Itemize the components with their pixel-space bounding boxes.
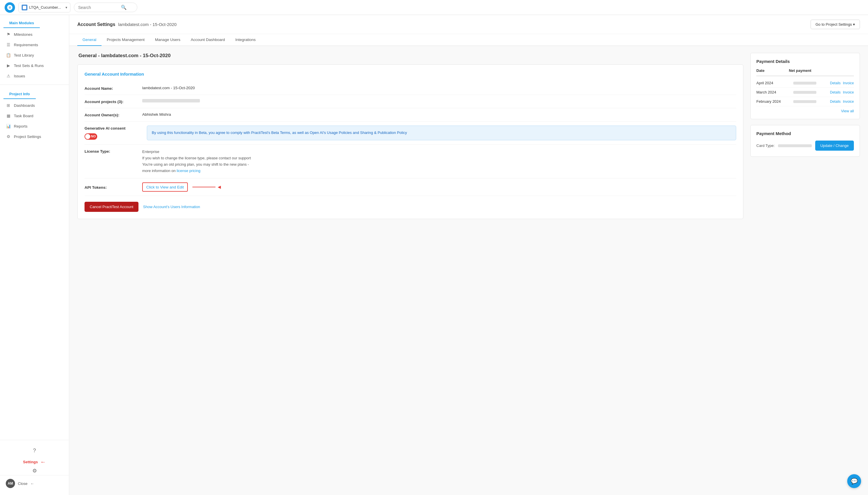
license-link[interactable]: license pricing: [177, 169, 200, 173]
back-arrow-icon: ←: [30, 481, 34, 486]
generative-ai-label-col: Generative AI consent NO: [85, 125, 142, 140]
sidebar-item-milestones-label: Milestones: [14, 32, 33, 37]
book-icon: 📋: [6, 53, 11, 58]
generative-ai-toggle[interactable]: NO: [85, 133, 97, 140]
chat-fab-button[interactable]: 💬: [847, 474, 861, 488]
payment-net-march: [793, 91, 830, 94]
sidebar-item-issues[interactable]: ⚠ Issues: [0, 71, 69, 81]
search-input[interactable]: [78, 5, 119, 10]
payment-invoice-link-april[interactable]: Invoice: [843, 81, 854, 85]
tab-projects-management[interactable]: Projects Management: [102, 34, 150, 46]
payment-date-april: April 2024: [756, 81, 793, 85]
search-box[interactable]: 🔍: [74, 3, 137, 12]
sidebar-item-milestones[interactable]: ⚑ Milestones: [0, 29, 69, 39]
api-tokens-row: API Tokens: Click to View and Edit ◄: [85, 178, 736, 196]
sidebar-item-reports[interactable]: 📊 Reports: [0, 121, 69, 131]
payment-invoice-link-february[interactable]: Invoice: [843, 100, 854, 104]
tab-account-dashboard[interactable]: Account Dashboard: [185, 34, 230, 46]
sidebar-item-test-sets[interactable]: ▶ Test Sets & Runs: [0, 60, 69, 71]
app-logo[interactable]: [5, 2, 15, 13]
sidebar: Main Modules ⚑ Milestones ☰ Requirements…: [0, 15, 69, 495]
payment-net-bar-march: [793, 91, 816, 94]
update-change-button[interactable]: Update / Change: [815, 140, 854, 151]
sidebar-item-dashboards[interactable]: ⊞ Dashboards: [0, 100, 69, 110]
show-users-link[interactable]: Show Account's Users Information: [143, 205, 200, 209]
payment-actions-march: Details Invoice: [830, 90, 854, 95]
chevron-down-icon: ▾: [66, 5, 67, 10]
account-projects-label: Account projects (3):: [85, 99, 142, 104]
account-owner-value: Abhishek Mishra: [142, 112, 736, 117]
content-sidebar: Payment Details Date Net payment April 2…: [750, 53, 860, 488]
list-icon: ☰: [6, 42, 11, 47]
api-tokens-content: Click to View and Edit ◄: [142, 183, 222, 192]
page-subtitle: lambdatest.com - 15-Oct-2020: [118, 22, 177, 27]
consent-text-box: By using this functionality in Beta, you…: [147, 125, 736, 140]
cancel-account-button[interactable]: Cancel PractiTest Account: [85, 202, 139, 212]
close-row[interactable]: AM Close ←: [0, 475, 69, 492]
payment-col-date: Date: [756, 68, 789, 73]
payment-method-row: Card Type: Update / Change: [756, 140, 854, 151]
projects-bar: [142, 99, 200, 102]
api-tokens-label: API Tokens:: [85, 185, 142, 190]
payment-net-april: [793, 82, 830, 85]
sidebar-item-project-settings[interactable]: ⚙ Project Settings: [0, 131, 69, 142]
gear-icon: ⚙: [6, 134, 11, 139]
top-bar: LTQA_Cucumber... ▾ 🔍: [0, 0, 868, 15]
project-selector[interactable]: LTQA_Cucumber... ▾: [18, 3, 70, 13]
tab-general[interactable]: General: [77, 34, 102, 46]
project-info-label: Project Info: [3, 91, 36, 99]
play-icon: ▶: [6, 63, 11, 68]
license-type-row: License Type: Enterprise If you wish to …: [85, 144, 736, 178]
sidebar-item-test-library-label: Test Library: [14, 53, 34, 57]
account-owner-label: Account Owner(s):: [85, 112, 142, 117]
payment-actions-april: Details Invoice: [830, 81, 854, 85]
settings-gear-icon[interactable]: ⚙: [32, 467, 37, 474]
view-all-link[interactable]: View all: [841, 109, 854, 113]
toggle-knob: [85, 134, 90, 139]
payment-method-card: Payment Method Card Type: Update / Chang…: [750, 125, 860, 157]
general-section-title: General Account Information: [85, 72, 736, 76]
payment-table-header: Date Net payment: [756, 68, 854, 76]
payment-details-link-february[interactable]: Details: [830, 100, 840, 104]
tab-manage-users[interactable]: Manage Users: [150, 34, 185, 46]
content-header-left: Account Settings lambdatest.com - 15-Oct…: [77, 22, 177, 27]
search-icon: 🔍: [121, 5, 127, 10]
main-content: Account Settings lambdatest.com - 15-Oct…: [69, 15, 868, 495]
sidebar-item-test-library[interactable]: 📋 Test Library: [0, 50, 69, 60]
red-arrow-indicator: ←: [40, 459, 46, 465]
payment-details-link-april[interactable]: Details: [830, 81, 840, 85]
payment-row-march: March 2024 Details Invoice: [756, 88, 854, 97]
sidebar-item-task-board-label: Task Board: [14, 114, 33, 118]
payment-details-link-march[interactable]: Details: [830, 90, 840, 95]
payment-col-net: Net payment: [789, 68, 854, 73]
license-line3-wrapper: more information on license pricing: [142, 168, 736, 174]
general-info-card: General Account Information Account Name…: [77, 64, 743, 219]
bottom-actions: Cancel PractiTest Account Show Account's…: [85, 196, 736, 212]
api-tokens-link[interactable]: Click to View and Edit: [146, 185, 184, 189]
sidebar-item-task-board[interactable]: ▦ Task Board: [0, 110, 69, 121]
payment-details-card: Payment Details Date Net payment April 2…: [750, 53, 860, 119]
bug-icon: ⚠: [6, 73, 11, 79]
sidebar-item-test-sets-label: Test Sets & Runs: [14, 64, 44, 68]
project-name: LTQA_Cucumber...: [29, 5, 64, 10]
account-name-value: lambdatest.com - 15-Oct-2020: [142, 86, 736, 90]
sidebar-item-dashboards-label: Dashboards: [14, 103, 35, 108]
payment-net-bar-february: [793, 100, 816, 103]
settings-label[interactable]: Settings: [23, 459, 38, 465]
account-projects-row: Account projects (3):: [85, 95, 736, 108]
tab-integrations[interactable]: Integrations: [230, 34, 261, 46]
payment-invoice-link-march[interactable]: Invoice: [843, 90, 854, 95]
license-type-label: License Type:: [85, 149, 142, 154]
close-label: Close: [18, 481, 28, 486]
help-icon-btn[interactable]: ?: [29, 445, 40, 456]
go-to-settings-button[interactable]: Go to Project Settings ▾: [811, 20, 860, 29]
settings-gear-row: ⚙: [0, 466, 69, 475]
sidebar-item-requirements[interactable]: ☰ Requirements: [0, 39, 69, 50]
main-modules-section: Main Modules ⚑ Milestones ☰ Requirements…: [0, 15, 69, 83]
flag-icon: ⚑: [6, 32, 11, 37]
card-type-label: Card Type:: [756, 143, 775, 148]
content-header: Account Settings lambdatest.com - 15-Oct…: [69, 15, 868, 34]
api-arrow: ◄: [192, 184, 222, 190]
settings-row: Settings ←: [0, 458, 69, 466]
sidebar-item-project-settings-label: Project Settings: [14, 135, 41, 139]
